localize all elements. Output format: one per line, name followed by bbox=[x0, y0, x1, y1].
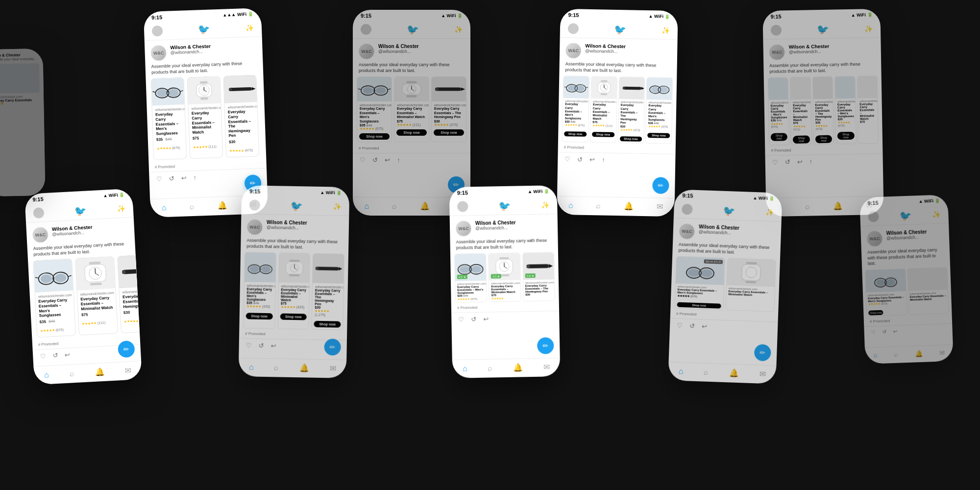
tweet-text: Assemble your ideal everyday carry with … bbox=[151, 60, 257, 75]
avatar-small-2[interactable] bbox=[361, 24, 371, 35]
reply-3[interactable]: ↩ bbox=[589, 156, 595, 163]
time-2: 9:15 bbox=[361, 13, 371, 19]
shop-btn-3d[interactable]: Shop now bbox=[647, 133, 670, 138]
retweet-icon[interactable]: ↺ bbox=[169, 174, 174, 182]
svg-rect-119 bbox=[746, 262, 757, 265]
phone-mockup-8: 9:15 ▲ WiFi 🔋 🐦 ✨ W&C Wilson & Chester @… bbox=[668, 189, 782, 384]
product-info-2a: wilsonandchester.com Everyday Carry Esse… bbox=[357, 101, 392, 132]
shop-4d[interactable]: Shop now bbox=[837, 132, 855, 140]
account-name-2: Wilson & Chester bbox=[378, 44, 465, 49]
brand-avatar: W&C bbox=[150, 45, 167, 61]
product-card-pen: wilsonandchester.com Everyday Carry Esse… bbox=[223, 75, 259, 158]
svg-rect-87 bbox=[289, 260, 299, 262]
svg-rect-80 bbox=[122, 270, 125, 274]
svg-rect-29 bbox=[407, 81, 417, 83]
svg-rect-94 bbox=[316, 267, 339, 271]
svg-rect-110 bbox=[526, 264, 548, 269]
shop-btn-3c[interactable]: Shop now bbox=[619, 136, 642, 142]
product-info-sunglasses: wilsonandchester.com Everyday Carry Esse… bbox=[152, 105, 186, 155]
product-3c: wilsonandchester.com Everyday Carry Esse… bbox=[617, 76, 645, 143]
search-2[interactable]: ⌕ bbox=[392, 202, 397, 211]
shop-now-btn-2a[interactable]: Shop now bbox=[359, 133, 390, 140]
compose-8[interactable]: ✏ bbox=[754, 344, 771, 361]
svg-rect-56 bbox=[622, 87, 624, 89]
shop-6c[interactable]: Shop now bbox=[314, 321, 341, 328]
phone-mockup-6: 9:15 ▲ WiFi 🔋 🐦 ✨ W&C Wilson & Chester @… bbox=[239, 185, 350, 378]
svg-rect-47 bbox=[601, 80, 608, 82]
svg-point-122 bbox=[746, 267, 757, 278]
shop-now-btn-2b[interactable]: Shop now bbox=[396, 129, 427, 136]
avatar-3[interactable] bbox=[568, 23, 579, 34]
product-img-2-watch bbox=[394, 77, 429, 101]
share-2[interactable]: ↑ bbox=[397, 156, 400, 164]
shop-btn-3b[interactable]: Shop now bbox=[592, 132, 614, 137]
retweet-3[interactable]: ↺ bbox=[577, 155, 583, 163]
retweet-2[interactable]: ↺ bbox=[372, 156, 378, 164]
product-image-sunglasses bbox=[151, 78, 185, 106]
svg-rect-96 bbox=[316, 267, 318, 270]
product-carousel-3: wilsonandchester.com Everyday Carry Esse… bbox=[558, 75, 677, 146]
svg-rect-103 bbox=[499, 257, 509, 259]
compose-3[interactable]: ✏ bbox=[652, 177, 669, 194]
product-3d: wilsonandchester.com Everyday Carry Esse… bbox=[645, 77, 673, 144]
avatar-brand-3: W&C bbox=[565, 43, 582, 59]
shop-4c[interactable]: Shop now bbox=[815, 135, 833, 144]
compose-7[interactable]: ✏ bbox=[537, 337, 554, 354]
share-3[interactable]: ↑ bbox=[602, 156, 605, 163]
product-info-2b: wilsonandchester.com Everyday Carry Esse… bbox=[394, 101, 429, 127]
svg-rect-19 bbox=[229, 89, 232, 91]
svg-rect-54 bbox=[622, 87, 641, 90]
phone-mockup-4: 9:15 ▲ WiFi 🔋 🐦 ✨ W&C Wilson & Chester @… bbox=[762, 9, 883, 217]
shop-btn-3a[interactable]: Shop now bbox=[564, 131, 587, 137]
account-handle-2: @wilsonandch... bbox=[378, 49, 465, 54]
search-nav-icon[interactable]: ⌕ bbox=[189, 202, 195, 211]
reply-icon[interactable]: ↩ bbox=[181, 174, 187, 181]
home-2[interactable]: ⌂ bbox=[364, 202, 369, 211]
share-icon[interactable]: ↑ bbox=[193, 174, 196, 181]
tweet-meta: Wilson & Chester @wilsonandch... bbox=[170, 42, 257, 55]
shop-6a[interactable]: Shop now bbox=[246, 313, 273, 320]
heart-icon[interactable]: ♡ bbox=[156, 175, 162, 182]
shop-4b[interactable]: Shop now bbox=[793, 136, 810, 144]
shop-6b[interactable]: Shop now bbox=[280, 314, 307, 320]
twitter-logo-icon: 🐦 bbox=[198, 24, 211, 36]
phone-mockup-2: 9:15 ▲ WiFi 🔋 🐦 ✨ W&C Wilson & Chester @… bbox=[353, 10, 470, 216]
product-title-pen: Everyday Carry Essentials – The Hemingwa… bbox=[228, 109, 255, 138]
tweet-actions-2: ♡ ↺ ↩ ↑ bbox=[353, 153, 470, 167]
product-info-watch: wilsonandchester.com Everyday Carry Esse… bbox=[188, 103, 222, 153]
product-image-pen bbox=[223, 75, 257, 103]
svg-rect-57 bbox=[647, 79, 672, 99]
phone-mockup-5: 9:15 ▲ WiFi 🔋 🐦 ✨ W&C Wilson & Chester @… bbox=[24, 189, 142, 385]
shop-8a[interactable]: Shop now bbox=[677, 302, 721, 309]
user-avatar-small[interactable] bbox=[152, 25, 163, 37]
reply-2[interactable]: ↩ bbox=[385, 156, 390, 164]
product-site-pen: wilsonandchester.com bbox=[228, 105, 254, 109]
heart-2[interactable]: ♡ bbox=[360, 156, 366, 164]
avatar-4[interactable] bbox=[771, 24, 782, 35]
svg-rect-88 bbox=[289, 274, 299, 276]
product-carousel-2: wilsonandchester.com Everyday Carry Esse… bbox=[353, 76, 470, 145]
product-title-watch: Everyday Carry Essentials – Minimalist W… bbox=[192, 111, 219, 135]
product-card-sunglasses: wilsonandchester.com Everyday Carry Esse… bbox=[150, 77, 187, 160]
promoted-2: # Promoted bbox=[353, 145, 470, 153]
phone-mockup-7: 9:15 ▲ WiFi 🔋 🐦 ✨ W&C Wilson & Chester @… bbox=[449, 185, 561, 378]
svg-rect-39 bbox=[564, 78, 589, 98]
shop-9a[interactable]: Shop now bbox=[868, 310, 883, 316]
time-display: 9:15 bbox=[151, 14, 162, 21]
product-price-sunglasses: $35 $46 bbox=[156, 137, 183, 142]
sparkle-icon: ✨ bbox=[245, 24, 254, 32]
status-bar-2: 9:15 ▲ WiFi 🔋 bbox=[353, 10, 470, 21]
shop-4a[interactable]: Shop now bbox=[771, 133, 788, 142]
product-stars-watch: ★★★★★ bbox=[193, 145, 207, 149]
heart-3[interactable]: ♡ bbox=[564, 155, 570, 163]
product-card-2-watch: wilsonandchester.com Everyday Carry Esse… bbox=[394, 76, 429, 142]
status-icons: ▲▲▲ WiFi 🔋 bbox=[222, 11, 253, 17]
bell-2[interactable]: 🔔 bbox=[420, 201, 430, 211]
home-nav-icon[interactable]: ⌂ bbox=[162, 203, 167, 212]
product-title-sunglasses: Everyday Carry Essentials – Men's Sungla… bbox=[155, 112, 183, 136]
tweet-area: W&C Wilson & Chester @wilsonandch... Ass… bbox=[145, 37, 264, 79]
product-site: wilsonandchester.com bbox=[155, 107, 182, 112]
bell-nav-icon[interactable]: 🔔 bbox=[217, 201, 227, 211]
product-carousel: wilsonandchester.com Everyday Carry Esse… bbox=[146, 74, 267, 164]
shop-now-btn-2c[interactable]: Shop now bbox=[434, 129, 464, 136]
